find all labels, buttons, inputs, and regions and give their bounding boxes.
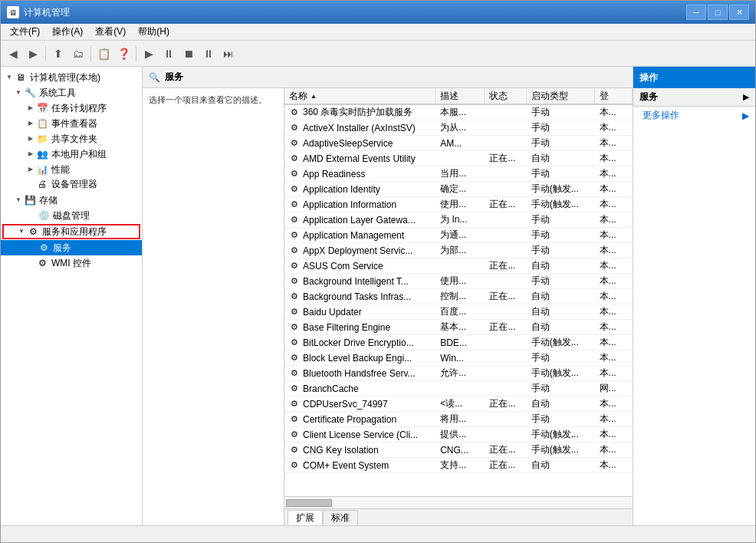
table-row[interactable]: ⚙ Base Filtering Engine 基本... 正在... 自动 本…: [284, 320, 633, 335]
expand-event-viewer[interactable]: ▶: [25, 118, 36, 129]
service-icon-19: ⚙: [289, 399, 300, 410]
tree-item-event-viewer[interactable]: ▶ 📋 事件查看器: [1, 116, 142, 131]
tree-item-computer[interactable]: ▼ 🖥 计算机管理(本地): [1, 70, 142, 85]
td-status-19: 正在...: [485, 397, 526, 411]
th-desc[interactable]: 描述: [436, 88, 485, 104]
table-row[interactable]: ⚙ BranchCache 手动 网...: [284, 381, 633, 397]
td-status-15: [485, 335, 526, 350]
tree-item-task-scheduler[interactable]: ▶ 📅 任务计划程序: [1, 100, 142, 116]
forward-button[interactable]: ▶: [24, 44, 42, 63]
close-button[interactable]: ✕: [729, 5, 749, 20]
expand-services-apps[interactable]: ▼: [16, 226, 27, 237]
table-row[interactable]: ⚙ Background Tasks Infras... 控制... 正在...…: [284, 289, 633, 304]
tree-label-shared-folders: 共享文件夹: [51, 133, 97, 146]
menu-file[interactable]: 文件(F): [4, 24, 46, 40]
show-hide-button[interactable]: 🗂: [69, 44, 87, 63]
table-row[interactable]: ⚙ Background Intelligent T... 使用... 手动 本…: [284, 274, 633, 289]
tree-item-performance[interactable]: ▶ 📊 性能: [1, 162, 142, 177]
tab-expand[interactable]: 扩展: [288, 510, 323, 525]
table-row[interactable]: ⚙ AdaptiveSleepService AM... 手动 本...: [284, 136, 633, 151]
properties-button[interactable]: 📋: [94, 44, 113, 63]
table-row[interactable]: ⚙ CNG Key Isolation CNG... 正在... 手动(触发..…: [284, 443, 633, 458]
table-row[interactable]: ⚙ Block Level Backup Engi... Win... 手动 本…: [284, 350, 633, 366]
table-row[interactable]: ⚙ App Readiness 当用... 手动 本...: [284, 166, 633, 182]
tree-item-device-manager[interactable]: 🖨 设备管理器: [1, 177, 142, 193]
expand-storage[interactable]: ▼: [13, 195, 24, 206]
menu-help[interactable]: 帮助(H): [132, 24, 176, 40]
td-name-9: ⚙ AppX Deployment Servic...: [284, 243, 436, 258]
table-row[interactable]: ⚙ AMD External Events Utility 正在... 自动 本…: [284, 151, 633, 166]
table-row[interactable]: ⚙ Application Management 为通... 手动 本...: [284, 228, 633, 243]
table-row[interactable]: ⚙ Bluetooth Handsfree Serv... 允许... 手动(触…: [284, 366, 633, 381]
table-row[interactable]: ⚙ CDPUserSvc_74997 <读... 正在... 自动 本...: [284, 397, 633, 412]
tree-item-disk-management[interactable]: 💿 磁盘管理: [1, 208, 142, 223]
td-login-13: 本...: [595, 304, 633, 319]
service-icon-2: ⚙: [289, 138, 300, 149]
td-login-23: 本...: [595, 458, 633, 472]
table-row[interactable]: ⚙ Client License Service (Cli... 提供... 手…: [284, 427, 633, 443]
table-row[interactable]: ⚙ BitLocker Drive Encryptio... BDE... 手动…: [284, 335, 633, 350]
tree-label-services-apps: 服务和应用程序: [42, 225, 107, 239]
th-login[interactable]: 登⁠: [595, 88, 633, 104]
storage-icon: 💾: [24, 194, 36, 206]
actions-subheader[interactable]: 服务 ▶: [633, 88, 755, 107]
pause2-button[interactable]: ⏸: [199, 44, 218, 63]
table-row[interactable]: ⚙ Application Identity 确定... 手动(触发... 本.…: [284, 182, 633, 197]
pause-button[interactable]: ⏸: [159, 44, 178, 63]
tab-standard[interactable]: 标准: [323, 510, 358, 525]
expand-local-users[interactable]: ▶: [25, 149, 36, 160]
table-row[interactable]: ⚙ Baidu Updater 百度... 自动 本...: [284, 304, 633, 320]
expand-computer[interactable]: ▼: [4, 72, 15, 83]
tree-item-shared-folders[interactable]: ▶ 📁 共享文件夹: [1, 131, 142, 146]
tree-item-system-tools[interactable]: ▼ 🔧 系统工具: [1, 85, 142, 100]
td-name-5: ⚙ Application Identity: [284, 182, 436, 196]
expand-shared-folders[interactable]: ▶: [25, 133, 36, 144]
th-name[interactable]: 名称 ▲: [284, 88, 436, 104]
table-body[interactable]: ⚙ 360 杀毒实时防护加载服务 本服... 手动 本... ⚙ ActiveX…: [284, 105, 633, 496]
stop-button[interactable]: ⏹: [179, 44, 198, 63]
actions-more-button[interactable]: 更多操作 ▶: [633, 107, 755, 124]
hscroll-thumb[interactable]: [286, 499, 332, 507]
th-startup[interactable]: 启动类型: [527, 88, 595, 104]
td-desc-8: 为通...: [436, 228, 485, 242]
td-desc-0: 本服...: [436, 105, 485, 120]
tree-item-storage[interactable]: ▼ 💾 存储: [1, 193, 142, 208]
expand-task-scheduler[interactable]: ▶: [25, 103, 36, 114]
hscroll-bar[interactable]: [284, 496, 633, 508]
td-desc-6: 使用...: [436, 197, 485, 212]
table-row[interactable]: ⚙ ASUS Com Service 正在... 自动 本...: [284, 258, 633, 274]
service-icon-1: ⚙: [289, 123, 300, 133]
td-status-0: [485, 105, 526, 120]
td-status-8: [485, 228, 526, 242]
expand-performance[interactable]: ▶: [25, 164, 36, 175]
minimize-button[interactable]: ─: [686, 5, 706, 20]
menu-action[interactable]: 操作(A): [46, 24, 89, 40]
table-row[interactable]: ⚙ AppX Deployment Servic... 为部... 手动 本..…: [284, 243, 633, 258]
back-button[interactable]: ◀: [4, 44, 22, 63]
th-status[interactable]: 状态: [485, 88, 526, 104]
tree-item-services[interactable]: ⚙ 服务: [1, 240, 142, 255]
play-button[interactable]: ▶: [140, 44, 158, 63]
table-row[interactable]: ⚙ ActiveX Installer (AxInstSV) 为从... 手动 …: [284, 120, 633, 136]
table-row[interactable]: ⚙ COM+ Event System 支持... 正在... 自动 本...: [284, 458, 633, 473]
tree-item-wmi[interactable]: ⚙ WMI 控件: [1, 255, 142, 271]
maximize-button[interactable]: □: [708, 5, 728, 20]
up-button[interactable]: ⬆: [49, 44, 67, 63]
help-button[interactable]: ❓: [114, 44, 133, 63]
tree-item-services-apps[interactable]: ▼ ⚙ 服务和应用程序: [2, 224, 140, 239]
expand-system-tools[interactable]: ▼: [13, 87, 24, 98]
table-row[interactable]: ⚙ Application Information 使用... 正在... 手动…: [284, 197, 633, 212]
td-startup-6: 手动(触发...: [527, 197, 595, 212]
td-name-22: ⚙ CNG Key Isolation: [284, 443, 436, 457]
toolbar-separator-2: [90, 46, 91, 61]
tree-item-local-users[interactable]: ▶ 👥 本地用户和组: [1, 146, 142, 162]
table-row[interactable]: ⚙ Certificate Propagation 将用... 手动 本...: [284, 412, 633, 427]
menu-view[interactable]: 查看(V): [89, 24, 132, 40]
td-startup-11: 手动: [527, 274, 595, 288]
td-startup-0: 手动: [527, 105, 595, 120]
td-login-12: 本...: [595, 289, 633, 304]
table-row[interactable]: ⚙ 360 杀毒实时防护加载服务 本服... 手动 本...: [284, 105, 633, 120]
restart-button[interactable]: ⏭: [219, 44, 238, 63]
window-title: 计算机管理: [24, 6, 686, 19]
table-row[interactable]: ⚙ Application Layer Gatewa... 为 In... 手动…: [284, 212, 633, 228]
